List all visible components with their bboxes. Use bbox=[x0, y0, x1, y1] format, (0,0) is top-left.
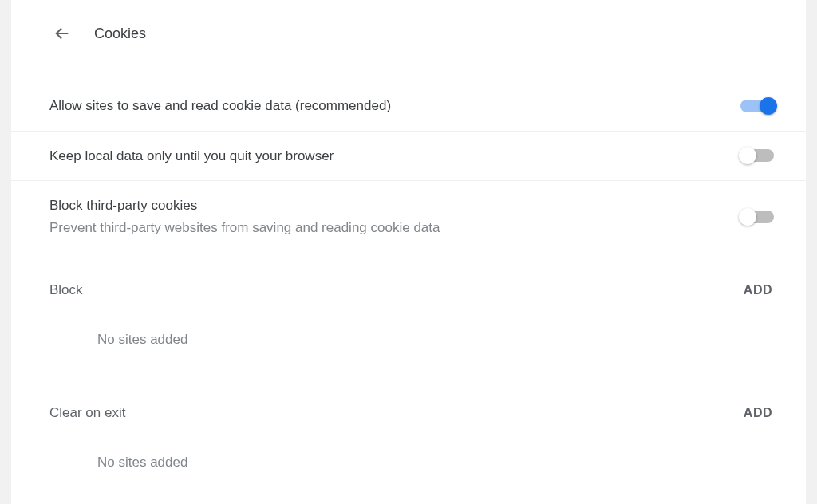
add-clear-on-exit-button[interactable]: ADD bbox=[744, 406, 772, 420]
toggle-thumb bbox=[760, 97, 777, 115]
page-title: Cookies bbox=[94, 26, 146, 42]
toggle-allow-cookies[interactable] bbox=[740, 100, 774, 112]
toggle-row-block-third-party: Block third-party cookies Prevent third-… bbox=[11, 181, 806, 244]
toggle-keep-until-quit[interactable] bbox=[740, 149, 774, 162]
row-text: Block third-party cookies Prevent third-… bbox=[49, 195, 740, 238]
page-header: Cookies bbox=[11, 14, 806, 53]
back-arrow-icon[interactable] bbox=[53, 24, 72, 43]
clear-on-exit-empty-text: No sites added bbox=[11, 421, 806, 471]
block-empty-text: No sites added bbox=[11, 298, 806, 348]
toggle-thumb bbox=[739, 147, 756, 164]
row-label: Keep local data only until you quit your… bbox=[49, 146, 740, 167]
toggle-row-allow-cookies: Allow sites to save and read cookie data… bbox=[11, 81, 806, 132]
row-label: Allow sites to save and read cookie data… bbox=[49, 96, 740, 116]
row-text: Allow sites to save and read cookie data… bbox=[49, 96, 740, 116]
section-header-block: Block ADD bbox=[11, 268, 806, 298]
section-header-clear-on-exit: Clear on exit ADD bbox=[11, 391, 806, 421]
toggle-block-third-party[interactable] bbox=[740, 211, 774, 223]
cookies-settings-page: Cookies Allow sites to save and read coo… bbox=[11, 0, 806, 504]
add-block-button[interactable]: ADD bbox=[744, 283, 772, 297]
row-sublabel: Prevent third-party websites from saving… bbox=[49, 218, 740, 238]
row-text: Keep local data only until you quit your… bbox=[49, 146, 740, 167]
row-label: Block third-party cookies bbox=[49, 195, 740, 216]
toggle-thumb bbox=[739, 208, 756, 226]
section-title: Clear on exit bbox=[49, 405, 125, 421]
toggle-row-keep-until-quit: Keep local data only until you quit your… bbox=[11, 132, 806, 182]
section-title: Block bbox=[49, 282, 83, 298]
toggle-list: Allow sites to save and read cookie data… bbox=[11, 81, 806, 244]
